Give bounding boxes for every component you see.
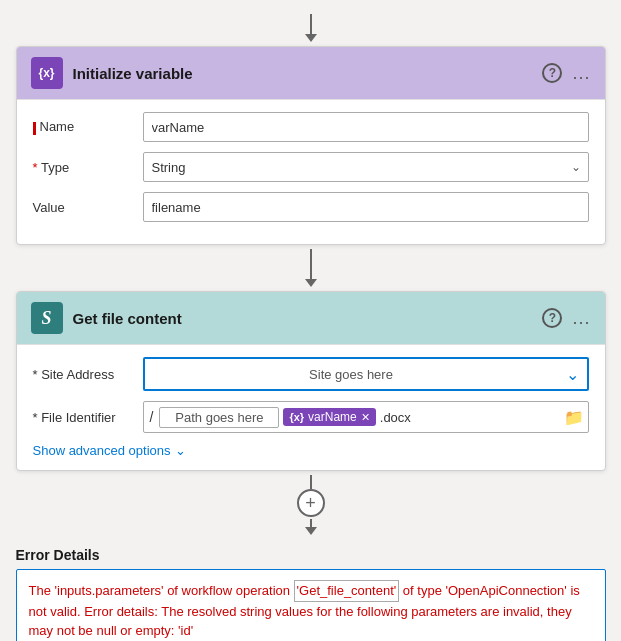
get-file-actions: ? ... (542, 308, 590, 329)
name-row: Name (33, 112, 589, 142)
folder-icon[interactable]: 📁 (564, 408, 584, 427)
error-section: Error Details The 'inputs.parameters' of… (16, 547, 606, 641)
error-highlight: 'Get_file_content' (294, 580, 400, 602)
init-var-icon: {x} (31, 57, 63, 89)
file-identifier-row: * File Identifier / Path goes here {x} v… (33, 401, 589, 433)
name-label: Name (33, 119, 143, 134)
var-chip-name: varName (308, 410, 357, 424)
var-chip-icon: {x} (289, 411, 304, 423)
get-file-header: S Get file content ? ... (17, 292, 605, 345)
show-advanced-label: Show advanced options (33, 443, 171, 458)
site-address-chevron-icon[interactable]: ⌄ (558, 365, 587, 384)
show-advanced-chevron-icon: ⌄ (175, 443, 186, 458)
get-file-title: Get file content (73, 310, 543, 327)
get-file-help-icon[interactable]: ? (542, 308, 562, 328)
initialize-variable-card: {x} Initialize variable ? ... Name (16, 46, 606, 245)
value-input[interactable] (143, 192, 589, 222)
init-var-actions: ? ... (542, 63, 590, 84)
add-button-wrap: + (297, 475, 325, 535)
get-file-body: * Site Address ⌄ * File Identifier / Pat… (17, 345, 605, 470)
name-input[interactable] (143, 112, 589, 142)
site-address-row: * Site Address ⌄ (33, 357, 589, 391)
middle-arrow (305, 249, 317, 287)
flow-container: {x} Initialize variable ? ... Name (10, 10, 611, 641)
site-address-label: * Site Address (33, 367, 143, 382)
var-chip: {x} varName ✕ (283, 408, 375, 426)
init-var-title: Initialize variable (73, 65, 543, 82)
get-file-content-card: S Get file content ? ... * Site Address (16, 291, 606, 471)
get-file-more-icon[interactable]: ... (572, 308, 590, 329)
site-address-input[interactable] (145, 359, 558, 389)
name-required-bar (33, 122, 36, 135)
add-step-button[interactable]: + (297, 489, 325, 517)
value-label: Value (33, 200, 143, 215)
init-var-more-icon[interactable]: ... (572, 63, 590, 84)
top-arrow (305, 14, 317, 42)
show-advanced-options[interactable]: Show advanced options ⌄ (33, 443, 589, 458)
type-label: * Type (33, 160, 143, 175)
file-identifier-input-wrap: / Path goes here {x} varName ✕ .docx 📁 (143, 401, 589, 433)
site-address-input-wrap: ⌄ (143, 357, 589, 391)
error-title: Error Details (16, 547, 606, 563)
init-var-help-icon[interactable]: ? (542, 63, 562, 83)
init-var-body: Name * Type String Integer Boolean Array… (17, 100, 605, 244)
error-box: The 'inputs.parameters' of workflow oper… (16, 569, 606, 641)
file-ext: .docx (380, 410, 411, 425)
error-message: The 'inputs.parameters' of workflow oper… (29, 583, 580, 638)
init-var-header: {x} Initialize variable ? ... (17, 47, 605, 100)
get-file-icon: S (31, 302, 63, 334)
var-chip-close-icon[interactable]: ✕ (361, 411, 370, 424)
path-placeholder[interactable]: Path goes here (159, 407, 279, 428)
type-row: * Type String Integer Boolean Array Obje… (33, 152, 589, 182)
file-identifier-label: * File Identifier (33, 410, 143, 425)
value-row: Value (33, 192, 589, 222)
type-select[interactable]: String Integer Boolean Array Object Floa… (143, 152, 589, 182)
type-select-wrap: String Integer Boolean Array Object Floa… (143, 152, 589, 182)
file-slash: / (148, 409, 156, 425)
type-required-star: * (33, 160, 38, 175)
